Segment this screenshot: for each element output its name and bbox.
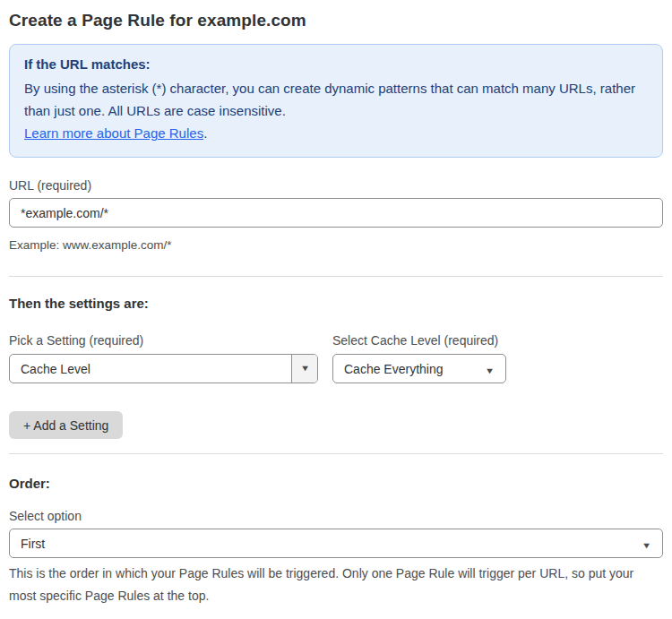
- pick-setting-select[interactable]: Cache Level ▼: [9, 354, 318, 383]
- cache-level-select[interactable]: Cache Everything ▼: [332, 354, 506, 383]
- info-box-body: By using the asterisk (*) character, you…: [24, 77, 648, 122]
- order-section-heading: Order:: [9, 476, 663, 491]
- order-helper-text: This is the order in which your Page Rul…: [9, 563, 663, 607]
- url-input[interactable]: [9, 198, 663, 228]
- cache-level-value: Cache Everything: [333, 362, 486, 376]
- pick-setting-value: Cache Level: [10, 362, 291, 376]
- chevron-down-icon: ▼: [299, 365, 309, 373]
- pick-setting-label: Pick a Setting (required): [9, 333, 318, 348]
- chevron-down-icon: ▼: [485, 367, 495, 375]
- settings-section-heading: Then the settings are:: [9, 296, 663, 311]
- page-title: Create a Page Rule for example.com: [9, 11, 663, 30]
- divider: [9, 453, 663, 454]
- order-select[interactable]: First ▼: [9, 529, 663, 558]
- order-select-label: Select option: [9, 509, 663, 523]
- url-match-info-box: If the URL matches: By using the asteris…: [9, 44, 663, 158]
- order-select-value: First: [10, 537, 642, 551]
- create-page-rule-form: Create a Page Rule for example.com If th…: [0, 0, 672, 619]
- learn-more-link[interactable]: Learn more about Page Rules: [24, 125, 203, 141]
- divider: [9, 276, 663, 277]
- url-example-helper: Example: www.example.com/*: [9, 234, 663, 256]
- link-suffix: .: [203, 125, 207, 141]
- cache-level-label: Select Cache Level (required): [332, 333, 506, 348]
- add-setting-button[interactable]: + Add a Setting: [9, 411, 123, 439]
- info-box-heading: If the URL matches:: [24, 56, 648, 72]
- chevron-down-icon: ▼: [642, 542, 651, 550]
- settings-row: Pick a Setting (required) Cache Level ▼ …: [9, 333, 663, 383]
- pick-setting-arrow-button[interactable]: ▼: [291, 355, 317, 383]
- url-field-label: URL (required): [9, 178, 663, 193]
